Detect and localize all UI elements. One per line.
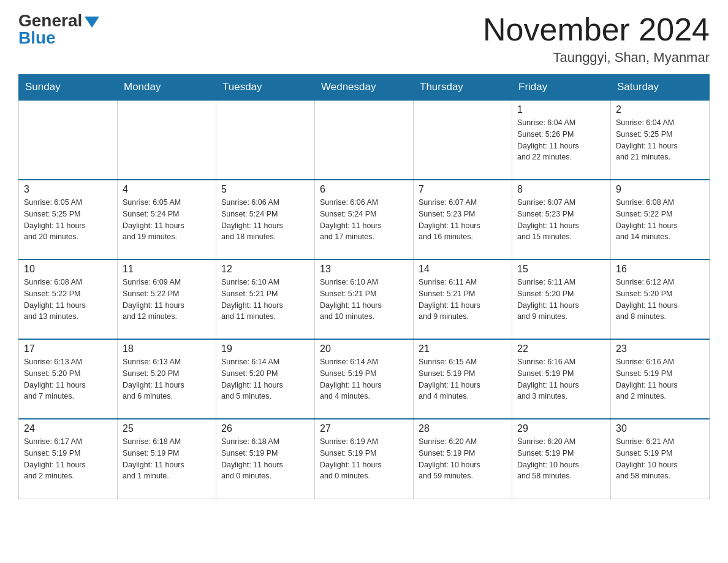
calendar-cell: 7Sunrise: 6:07 AM Sunset: 5:23 PM Daylig… bbox=[414, 180, 512, 259]
calendar-cell bbox=[414, 100, 512, 180]
calendar-header-sunday: Sunday bbox=[19, 75, 118, 101]
day-number: 27 bbox=[320, 423, 408, 434]
day-number: 24 bbox=[24, 423, 112, 434]
calendar-cell: 5Sunrise: 6:06 AM Sunset: 5:24 PM Daylig… bbox=[216, 180, 315, 259]
calendar-cell: 22Sunrise: 6:16 AM Sunset: 5:19 PM Dayli… bbox=[512, 339, 611, 419]
day-info: Sunrise: 6:21 AM Sunset: 5:19 PM Dayligh… bbox=[616, 436, 704, 482]
day-info: Sunrise: 6:05 AM Sunset: 5:24 PM Dayligh… bbox=[123, 197, 211, 243]
calendar-cell bbox=[315, 100, 414, 180]
calendar-cell: 17Sunrise: 6:13 AM Sunset: 5:20 PM Dayli… bbox=[19, 339, 118, 419]
day-info: Sunrise: 6:20 AM Sunset: 5:19 PM Dayligh… bbox=[517, 436, 605, 482]
day-info: Sunrise: 6:06 AM Sunset: 5:24 PM Dayligh… bbox=[221, 197, 309, 243]
day-info: Sunrise: 6:08 AM Sunset: 5:22 PM Dayligh… bbox=[616, 197, 704, 243]
calendar-cell: 10Sunrise: 6:08 AM Sunset: 5:22 PM Dayli… bbox=[19, 259, 118, 339]
page-header: General Blue November 2024 Taunggyi, Sha… bbox=[18, 12, 710, 66]
day-info: Sunrise: 6:11 AM Sunset: 5:21 PM Dayligh… bbox=[419, 277, 507, 323]
day-info: Sunrise: 6:08 AM Sunset: 5:22 PM Dayligh… bbox=[24, 277, 112, 323]
day-number: 14 bbox=[419, 264, 507, 275]
calendar-cell: 3Sunrise: 6:05 AM Sunset: 5:25 PM Daylig… bbox=[19, 180, 118, 259]
calendar-cell: 21Sunrise: 6:15 AM Sunset: 5:19 PM Dayli… bbox=[414, 339, 512, 419]
calendar-cell bbox=[216, 100, 315, 180]
calendar-cell: 12Sunrise: 6:10 AM Sunset: 5:21 PM Dayli… bbox=[216, 259, 315, 339]
logo-triangle-icon bbox=[85, 17, 99, 28]
day-info: Sunrise: 6:13 AM Sunset: 5:20 PM Dayligh… bbox=[123, 356, 211, 402]
calendar-cell: 26Sunrise: 6:18 AM Sunset: 5:19 PM Dayli… bbox=[216, 419, 315, 499]
day-number: 19 bbox=[221, 343, 309, 354]
logo-general-text: General bbox=[18, 12, 82, 29]
day-number: 20 bbox=[320, 343, 408, 354]
calendar-cell: 30Sunrise: 6:21 AM Sunset: 5:19 PM Dayli… bbox=[611, 419, 710, 499]
logo: General Blue bbox=[18, 12, 99, 47]
calendar-header-tuesday: Tuesday bbox=[216, 75, 315, 101]
day-number: 12 bbox=[221, 264, 309, 275]
calendar-cell: 11Sunrise: 6:09 AM Sunset: 5:22 PM Dayli… bbox=[118, 259, 216, 339]
calendar-header-thursday: Thursday bbox=[414, 75, 512, 101]
day-number: 1 bbox=[517, 104, 605, 115]
day-number: 2 bbox=[616, 104, 704, 115]
day-info: Sunrise: 6:17 AM Sunset: 5:19 PM Dayligh… bbox=[24, 436, 112, 482]
day-number: 16 bbox=[616, 264, 704, 275]
day-number: 9 bbox=[616, 184, 704, 195]
day-info: Sunrise: 6:16 AM Sunset: 5:19 PM Dayligh… bbox=[517, 356, 605, 402]
day-number: 4 bbox=[123, 184, 211, 195]
day-number: 15 bbox=[517, 264, 605, 275]
day-info: Sunrise: 6:04 AM Sunset: 5:26 PM Dayligh… bbox=[517, 117, 605, 163]
calendar-week-row: 17Sunrise: 6:13 AM Sunset: 5:20 PM Dayli… bbox=[19, 339, 710, 419]
calendar-cell: 19Sunrise: 6:14 AM Sunset: 5:20 PM Dayli… bbox=[216, 339, 315, 419]
day-info: Sunrise: 6:07 AM Sunset: 5:23 PM Dayligh… bbox=[517, 197, 605, 243]
calendar-header-row: SundayMondayTuesdayWednesdayThursdayFrid… bbox=[19, 75, 710, 101]
day-number: 25 bbox=[123, 423, 211, 434]
day-info: Sunrise: 6:09 AM Sunset: 5:22 PM Dayligh… bbox=[123, 277, 211, 323]
calendar-cell: 29Sunrise: 6:20 AM Sunset: 5:19 PM Dayli… bbox=[512, 419, 611, 499]
calendar-cell: 24Sunrise: 6:17 AM Sunset: 5:19 PM Dayli… bbox=[19, 419, 118, 499]
day-number: 28 bbox=[419, 423, 507, 434]
day-number: 18 bbox=[123, 343, 211, 354]
calendar-header-monday: Monday bbox=[118, 75, 216, 101]
day-number: 3 bbox=[24, 184, 112, 195]
day-info: Sunrise: 6:20 AM Sunset: 5:19 PM Dayligh… bbox=[419, 436, 507, 482]
calendar-cell bbox=[118, 100, 216, 180]
day-info: Sunrise: 6:13 AM Sunset: 5:20 PM Dayligh… bbox=[24, 356, 112, 402]
day-number: 29 bbox=[517, 423, 605, 434]
day-number: 11 bbox=[123, 264, 211, 275]
day-info: Sunrise: 6:04 AM Sunset: 5:25 PM Dayligh… bbox=[616, 117, 704, 163]
calendar-week-row: 3Sunrise: 6:05 AM Sunset: 5:25 PM Daylig… bbox=[19, 180, 710, 259]
day-info: Sunrise: 6:11 AM Sunset: 5:20 PM Dayligh… bbox=[517, 277, 605, 323]
day-info: Sunrise: 6:07 AM Sunset: 5:23 PM Dayligh… bbox=[419, 197, 507, 243]
calendar-cell: 16Sunrise: 6:12 AM Sunset: 5:20 PM Dayli… bbox=[611, 259, 710, 339]
day-number: 17 bbox=[24, 343, 112, 354]
day-number: 30 bbox=[616, 423, 704, 434]
calendar-cell: 20Sunrise: 6:14 AM Sunset: 5:19 PM Dayli… bbox=[315, 339, 414, 419]
calendar-week-row: 24Sunrise: 6:17 AM Sunset: 5:19 PM Dayli… bbox=[19, 419, 710, 499]
calendar-cell: 2Sunrise: 6:04 AM Sunset: 5:25 PM Daylig… bbox=[611, 100, 710, 180]
day-number: 26 bbox=[221, 423, 309, 434]
day-number: 22 bbox=[517, 343, 605, 354]
day-info: Sunrise: 6:14 AM Sunset: 5:20 PM Dayligh… bbox=[221, 356, 309, 402]
day-number: 10 bbox=[24, 264, 112, 275]
calendar-header-friday: Friday bbox=[512, 75, 611, 101]
day-info: Sunrise: 6:15 AM Sunset: 5:19 PM Dayligh… bbox=[419, 356, 507, 402]
calendar-cell: 13Sunrise: 6:10 AM Sunset: 5:21 PM Dayli… bbox=[315, 259, 414, 339]
calendar-cell: 1Sunrise: 6:04 AM Sunset: 5:26 PM Daylig… bbox=[512, 100, 611, 180]
day-number: 23 bbox=[616, 343, 704, 354]
day-number: 7 bbox=[419, 184, 507, 195]
day-info: Sunrise: 6:10 AM Sunset: 5:21 PM Dayligh… bbox=[320, 277, 408, 323]
day-info: Sunrise: 6:18 AM Sunset: 5:19 PM Dayligh… bbox=[123, 436, 211, 482]
day-info: Sunrise: 6:12 AM Sunset: 5:20 PM Dayligh… bbox=[616, 277, 704, 323]
day-number: 21 bbox=[419, 343, 507, 354]
calendar-cell: 25Sunrise: 6:18 AM Sunset: 5:19 PM Dayli… bbox=[118, 419, 216, 499]
day-info: Sunrise: 6:14 AM Sunset: 5:19 PM Dayligh… bbox=[320, 356, 408, 402]
day-number: 5 bbox=[221, 184, 309, 195]
calendar-cell: 18Sunrise: 6:13 AM Sunset: 5:20 PM Dayli… bbox=[118, 339, 216, 419]
calendar-header-saturday: Saturday bbox=[611, 75, 710, 101]
calendar-cell: 15Sunrise: 6:11 AM Sunset: 5:20 PM Dayli… bbox=[512, 259, 611, 339]
calendar-cell: 6Sunrise: 6:06 AM Sunset: 5:24 PM Daylig… bbox=[315, 180, 414, 259]
calendar-header-wednesday: Wednesday bbox=[315, 75, 414, 101]
calendar-cell bbox=[19, 100, 118, 180]
calendar-cell: 8Sunrise: 6:07 AM Sunset: 5:23 PM Daylig… bbox=[512, 180, 611, 259]
day-number: 8 bbox=[517, 184, 605, 195]
calendar-cell: 27Sunrise: 6:19 AM Sunset: 5:19 PM Dayli… bbox=[315, 419, 414, 499]
day-info: Sunrise: 6:19 AM Sunset: 5:19 PM Dayligh… bbox=[320, 436, 408, 482]
calendar-cell: 23Sunrise: 6:16 AM Sunset: 5:19 PM Dayli… bbox=[611, 339, 710, 419]
calendar-cell: 28Sunrise: 6:20 AM Sunset: 5:19 PM Dayli… bbox=[414, 419, 512, 499]
